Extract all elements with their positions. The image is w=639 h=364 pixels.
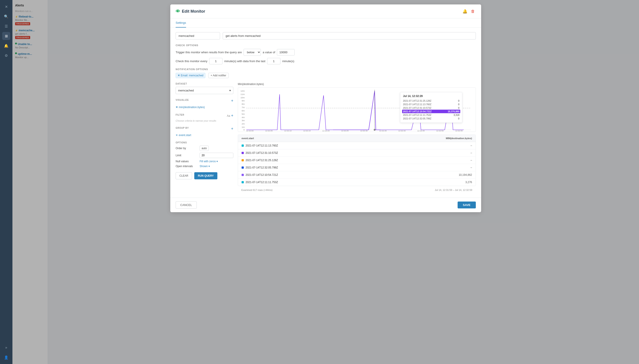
sidebar-menu-icon[interactable]: ☰ — [2, 22, 10, 30]
sidebar: ✕ 🔍 ☰ ⊞ 🔔 ⚙ » 👤 — [0, 0, 13, 364]
sidebar-grid-icon[interactable]: ⊞ — [2, 32, 10, 40]
sidebar-bell-icon[interactable]: 🔔 — [2, 42, 10, 50]
modal-overlay: 👁 Edit Monitor 🔔 🗑 Settings — [13, 0, 48, 364]
sidebar-search-icon[interactable]: 🔍 — [2, 12, 10, 20]
sidebar-user-icon[interactable]: 👤 — [2, 353, 10, 361]
sidebar-gear-icon[interactable]: ⚙ — [2, 52, 10, 60]
sidebar-close-icon[interactable]: ✕ — [2, 3, 10, 11]
sidebar-expand-icon[interactable]: » — [2, 344, 10, 352]
